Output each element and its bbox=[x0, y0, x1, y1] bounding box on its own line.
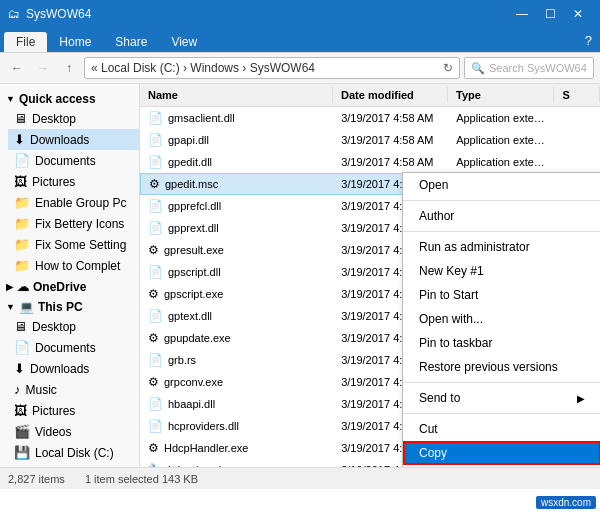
file-icon: 📄 bbox=[148, 265, 163, 279]
context-menu-separator bbox=[403, 382, 600, 383]
sidebar-item-how-to-complet[interactable]: 📁How to Complet bbox=[8, 255, 139, 276]
file-name: gpedit.msc bbox=[165, 178, 218, 190]
address-bar: ← → ↑ « Local Disk (C:) › Windows › SysW… bbox=[0, 53, 600, 84]
sidebar-item-pc-desktop[interactable]: 🖥Desktop bbox=[8, 316, 139, 337]
tab-home[interactable]: Home bbox=[47, 32, 103, 52]
maximize-button[interactable]: ☐ bbox=[536, 0, 564, 28]
file-date: 3/19/2017 4:58 AM bbox=[333, 112, 448, 124]
header-date[interactable]: Date modified bbox=[333, 87, 448, 103]
back-button[interactable]: ← bbox=[6, 57, 28, 79]
sidebar-item-documents[interactable]: 📄Documents bbox=[8, 150, 139, 171]
header-size[interactable]: S bbox=[554, 87, 600, 103]
address-path[interactable]: « Local Disk (C:) › Windows › SysWOW64 ↻ bbox=[84, 57, 460, 79]
sidebar-item-pc-downloads[interactable]: ⬇Downloads bbox=[8, 358, 139, 379]
up-button[interactable]: ↑ bbox=[58, 57, 80, 79]
help-icon[interactable]: ? bbox=[585, 33, 592, 48]
file-icon: 📄 bbox=[148, 155, 163, 169]
item-count: 2,827 items bbox=[8, 473, 65, 485]
file-type: Application extens... bbox=[448, 112, 554, 124]
file-name: grpconv.exe bbox=[164, 376, 223, 388]
sidebar-item-pictures[interactable]: 🖼Pictures bbox=[8, 171, 139, 192]
sidebar-item-desktop[interactable]: 🖥Desktop bbox=[8, 108, 139, 129]
tab-share[interactable]: Share bbox=[103, 32, 159, 52]
close-button[interactable]: ✕ bbox=[564, 0, 592, 28]
tab-view[interactable]: View bbox=[159, 32, 209, 52]
sidebar: ▼ Quick access 🖥Desktop⬇Downloads📄Docume… bbox=[0, 84, 140, 467]
sidebar-item-downloads[interactable]: ⬇Downloads bbox=[8, 129, 139, 150]
file-name: gptext.dll bbox=[168, 310, 212, 322]
context-menu-item-copy[interactable]: Copy bbox=[403, 441, 600, 465]
sidebar-item-pc-local-disk--c:-[interactable]: 💾Local Disk (C:) bbox=[8, 442, 139, 463]
this-pc-label: This PC bbox=[38, 300, 83, 314]
drive-icon: ♪ bbox=[14, 382, 21, 397]
sidebar-item-pc-music[interactable]: ♪Music bbox=[8, 379, 139, 400]
drive-icon: 💾 bbox=[14, 445, 30, 460]
context-menu-item-pin-to-start[interactable]: Pin to Start bbox=[403, 283, 600, 307]
file-icon: 📄 bbox=[148, 221, 163, 235]
file-name: HdcpHandler.exe bbox=[164, 442, 248, 454]
file-name: hdwwiz.cpl bbox=[168, 464, 221, 468]
table-row[interactable]: 📄 gpapi.dll 3/19/2017 4:58 AM Applicatio… bbox=[140, 129, 600, 151]
quick-access-section[interactable]: ▼ Quick access bbox=[0, 88, 139, 108]
ribbon: File Home Share View ? bbox=[0, 28, 600, 53]
quick-access-items: 🖥Desktop⬇Downloads📄Documents🖼Pictures📁En… bbox=[0, 108, 139, 276]
search-placeholder: Search SysWOW64 bbox=[489, 62, 587, 74]
header-type[interactable]: Type bbox=[448, 87, 554, 103]
sidebar-item-enable-group-pc[interactable]: 📁Enable Group Pc bbox=[8, 192, 139, 213]
sidebar-item-fix-some-setting[interactable]: 📁Fix Some Setting bbox=[8, 234, 139, 255]
context-menu-item-author[interactable]: Author bbox=[403, 204, 600, 228]
file-name: gpprefcl.dll bbox=[168, 200, 221, 212]
table-row[interactable]: 📄 gmsaclient.dll 3/19/2017 4:58 AM Appli… bbox=[140, 107, 600, 129]
sidebar-item-pc-pictures[interactable]: 🖼Pictures bbox=[8, 400, 139, 421]
computer-icon: 💻 bbox=[19, 300, 34, 314]
search-box[interactable]: 🔍 Search SysWOW64 bbox=[464, 57, 594, 79]
sidebar-item-pc-videos[interactable]: 🎬Videos bbox=[8, 421, 139, 442]
context-menu-item-new-key-#1[interactable]: New Key #1 bbox=[403, 259, 600, 283]
file-name: gpupdate.exe bbox=[164, 332, 231, 344]
folder-icon: 📄 bbox=[14, 153, 30, 168]
file-header: Name Date modified Type S bbox=[140, 84, 600, 107]
minimize-button[interactable]: — bbox=[508, 0, 536, 28]
main-area: ▼ Quick access 🖥Desktop⬇Downloads📄Docume… bbox=[0, 84, 600, 467]
sidebar-item-fix-bettery-icons[interactable]: 📁Fix Bettery Icons bbox=[8, 213, 139, 234]
drive-icon: 🖥 bbox=[14, 319, 27, 334]
file-icon: 📄 bbox=[148, 111, 163, 125]
drive-icon: 🖼 bbox=[14, 403, 27, 418]
folder-icon: 🖥 bbox=[14, 111, 27, 126]
drive-icon: 🎬 bbox=[14, 424, 30, 439]
chevron-down-icon-pc: ▼ bbox=[6, 302, 15, 312]
chevron-right-icon: ▶ bbox=[6, 282, 13, 292]
file-name: gpapi.dll bbox=[168, 134, 209, 146]
header-name[interactable]: Name bbox=[140, 87, 333, 103]
file-icon: 📄 bbox=[148, 199, 163, 213]
context-menu-item-run-as-administrator[interactable]: Run as administrator bbox=[403, 235, 600, 259]
search-icon: 🔍 bbox=[471, 62, 485, 75]
file-icon: 📄 bbox=[148, 419, 163, 433]
sidebar-item-pc-documents[interactable]: 📄Documents bbox=[8, 337, 139, 358]
context-menu-item-open[interactable]: Open bbox=[403, 173, 600, 197]
context-menu-item-send-to[interactable]: Send to▶ bbox=[403, 386, 600, 410]
drive-icon: 📄 bbox=[14, 340, 30, 355]
file-name: gpedit.dll bbox=[168, 156, 212, 168]
context-menu-item-restore-previous-versions[interactable]: Restore previous versions bbox=[403, 355, 600, 379]
onedrive-label: OneDrive bbox=[33, 280, 86, 294]
this-pc-section[interactable]: ▼ 💻 This PC bbox=[0, 296, 139, 316]
window-title: SysWOW64 bbox=[26, 7, 91, 21]
refresh-icon[interactable]: ↻ bbox=[443, 61, 453, 75]
ribbon-tabs: File Home Share View ? bbox=[0, 28, 600, 52]
folder-icon: 📁 bbox=[14, 195, 30, 210]
folder-icon: 📁 bbox=[14, 237, 30, 252]
table-row[interactable]: 📄 gpedit.dll 3/19/2017 4:58 AM Applicati… bbox=[140, 151, 600, 173]
context-menu-item-open-with...[interactable]: Open with... bbox=[403, 307, 600, 331]
context-menu-item-cut[interactable]: Cut bbox=[403, 417, 600, 441]
file-type: Application extens... bbox=[448, 134, 554, 146]
forward-button[interactable]: → bbox=[32, 57, 54, 79]
file-icon: ⚙ bbox=[148, 287, 159, 301]
tab-file[interactable]: File bbox=[4, 32, 47, 52]
file-icon: 📄 bbox=[148, 353, 163, 367]
file-name: gpresult.exe bbox=[164, 244, 224, 256]
file-icon: ⚙ bbox=[148, 375, 159, 389]
this-pc-items: 🖥Desktop📄Documents⬇Downloads♪Music🖼Pictu… bbox=[0, 316, 139, 463]
context-menu-item-pin-to-taskbar[interactable]: Pin to taskbar bbox=[403, 331, 600, 355]
onedrive-section[interactable]: ▶ ☁ OneDrive bbox=[0, 276, 139, 296]
